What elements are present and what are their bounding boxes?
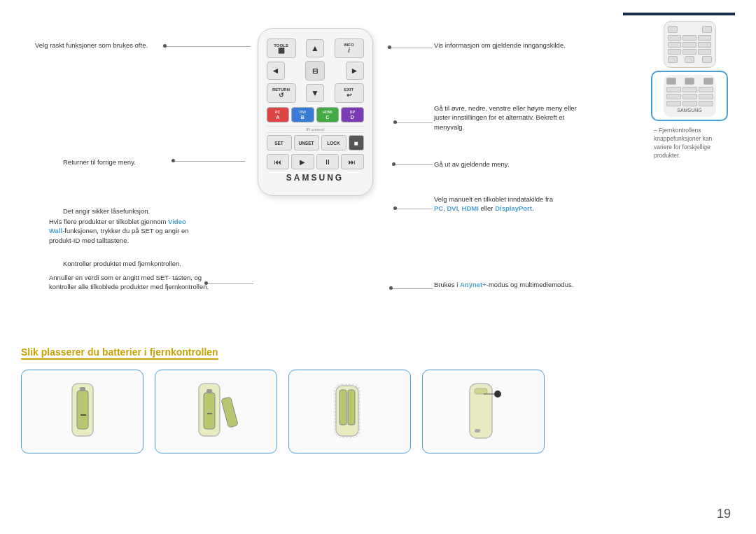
color-buttons-row: PC A DVI B HDMI C DP D <box>267 107 364 122</box>
dot-exit <box>392 162 396 166</box>
sr-hl-num1 <box>666 87 681 92</box>
line-nav <box>396 122 433 123</box>
sr-hl-num2 <box>682 87 697 92</box>
exit-button[interactable]: EXIT ↩ <box>335 83 364 103</box>
line-anynet <box>392 288 433 289</box>
sr-hl-btn2 <box>685 78 694 85</box>
wall-link: Wall <box>49 227 62 234</box>
sr-btn4 <box>685 56 694 63</box>
dot-return <box>172 159 175 162</box>
row-tools-info: TOOLS ⬛ ▲ INFO i <box>267 38 364 58</box>
enter-button[interactable]: ⊟ <box>305 61 325 80</box>
unset-button[interactable]: UNSET <box>294 135 319 150</box>
battery-section: Slik plasserer du batterier i fjernkontr… <box>21 346 735 454</box>
sr-num8 <box>682 49 696 55</box>
sr-hl-num7 <box>666 101 681 106</box>
svg-rect-11 <box>348 390 355 425</box>
right-button[interactable]: ► <box>346 62 364 80</box>
sr-num9 <box>698 49 712 55</box>
sr-hl-num5 <box>682 94 697 99</box>
media-row1: ⏮ ▶ ⏸ ⏭ <box>267 154 364 169</box>
right-remote-note: – Fjernkontrollens knappefunksjoner kan … <box>651 127 728 160</box>
video-link: Video <box>168 218 186 225</box>
svg-rect-2 <box>80 387 85 391</box>
svg-rect-10 <box>340 390 346 425</box>
sr-btn1 <box>668 26 678 33</box>
brand-name: SAMSUNG <box>267 173 364 183</box>
top-bar <box>623 13 735 15</box>
samsung-small-label: SAMSUNG <box>666 108 713 113</box>
tools-button[interactable]: TOOLS ⬛ <box>267 38 296 58</box>
svg-rect-15 <box>475 429 480 433</box>
dot-anynet <box>389 286 393 290</box>
sr-btn2 <box>702 26 712 33</box>
page: Velg raskt funksjoner som brukes ofte. R… <box>0 0 756 534</box>
battery-step-3 <box>288 370 411 454</box>
battery-step1-svg <box>34 380 132 443</box>
annotation-control: Kontroller produktet med fjernkontrollen… <box>63 259 181 268</box>
svg-rect-7 <box>220 397 237 428</box>
square-button[interactable]: ■ <box>349 135 364 150</box>
battery-step-1 <box>21 370 144 454</box>
battery-step2-svg <box>167 380 265 443</box>
main-content: Velg raskt funksjoner som brukes ofte. R… <box>21 21 735 506</box>
color-btn-a[interactable]: PC A <box>267 107 290 122</box>
dot-source <box>393 206 397 210</box>
sr-num1 <box>668 35 682 41</box>
info-button[interactable]: INFO i <box>335 38 364 58</box>
line-source <box>396 209 433 209</box>
svg-rect-14 <box>475 388 487 394</box>
dvi-link: DVI <box>447 204 458 212</box>
annotation-nav: Gå til øvre, nedre, venstre eller høyre … <box>434 104 588 132</box>
next-button[interactable]: ⏭ <box>341 154 364 169</box>
up-button[interactable]: ▲ <box>306 39 324 57</box>
annotation-annul: Annuller en verdi som er angitt med SET-… <box>49 273 210 292</box>
annotation-wall: Hvis flere produkter er tilkoblet gjenno… <box>49 217 210 245</box>
remote-body: TOOLS ⬛ ▲ INFO i ◄ ⊟ <box>258 28 373 196</box>
dot-annul <box>204 281 208 285</box>
color-btn-c[interactable]: HDMI C <box>316 107 340 122</box>
prev-button[interactable]: ⏮ <box>267 154 290 169</box>
hdmi-link: HDMI <box>462 204 479 212</box>
color-btn-d[interactable]: DP D <box>341 107 364 122</box>
battery-step-4 <box>422 370 545 454</box>
sr-num2 <box>682 35 696 41</box>
sr-num3 <box>698 35 712 41</box>
dot-tools <box>163 44 167 48</box>
remote-section: Velg raskt funksjoner som brukes ofte. R… <box>21 21 735 343</box>
right-remote-section: SAMSUNG – Fjernkontrollens knappefunksjo… <box>651 21 728 160</box>
sr-num5 <box>682 42 696 48</box>
annotation-anynet: Brukes i Anynet+-modus og multimediemodu… <box>434 280 573 289</box>
svg-rect-5 <box>204 393 215 429</box>
battery-step-2 <box>155 370 277 454</box>
set-row: SET UNSET LOCK ■ <box>267 135 364 150</box>
dot-info <box>388 45 391 49</box>
play-button[interactable]: ▶ <box>291 154 314 169</box>
annotation-lock: Det angir sikker låsefunksjon. <box>63 206 150 216</box>
dp-link: DisplayPort <box>495 204 532 212</box>
set-button[interactable]: SET <box>267 135 292 150</box>
row-nav: ◄ ⊟ ► <box>267 61 364 80</box>
svg-rect-6 <box>206 389 212 393</box>
return-button[interactable]: RETURN ↺ <box>267 83 296 103</box>
lock-button[interactable]: LOCK <box>321 135 346 150</box>
ir-control-label: IR control <box>267 126 364 133</box>
dot-nav <box>393 120 397 124</box>
color-btn-b[interactable]: DVI B <box>291 107 314 122</box>
line-tools <box>167 46 251 47</box>
annotation-tools: Velg raskt funksjoner som brukes ofte. <box>35 41 148 50</box>
svg-rect-1 <box>77 391 88 429</box>
down-button[interactable]: ▼ <box>306 84 324 102</box>
small-remote-top <box>664 21 716 68</box>
sr-hl-num4 <box>666 94 681 99</box>
sr-hl-btn3 <box>704 78 713 85</box>
small-remote-highlighted: SAMSUNG <box>651 71 728 121</box>
sr-hl-num8 <box>682 101 697 106</box>
line-info <box>391 48 433 48</box>
pause-button[interactable]: ⏸ <box>316 154 340 169</box>
remote-control: TOOLS ⬛ ▲ INFO i ◄ ⊟ <box>245 28 385 196</box>
battery-title: Slik plasserer du batterier i fjernkontr… <box>21 346 218 360</box>
sr-num7 <box>668 49 682 55</box>
sr-btn5 <box>702 56 712 63</box>
left-button[interactable]: ◄ <box>267 62 285 80</box>
